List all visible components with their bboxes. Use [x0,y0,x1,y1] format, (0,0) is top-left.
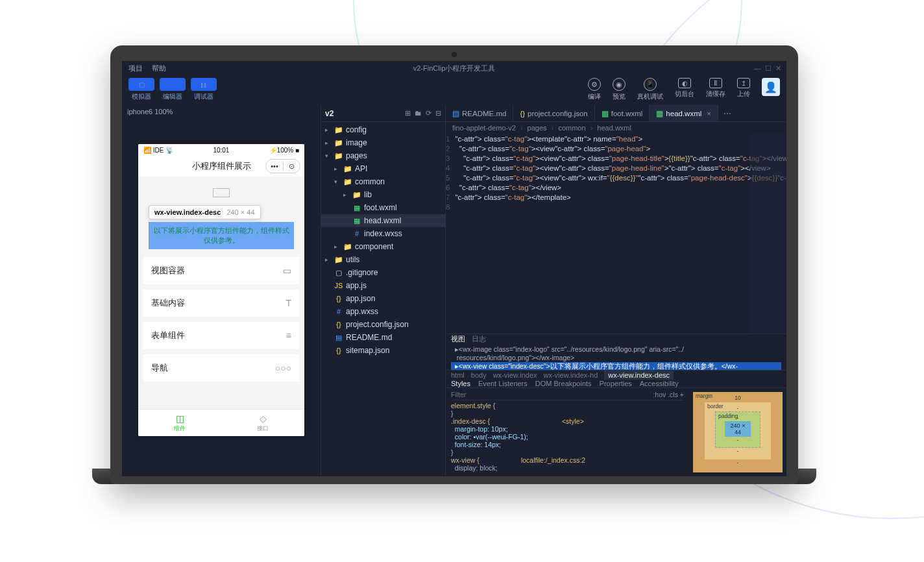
refresh-icon[interactable]: ⟳ [426,109,432,117]
window-buttons: — ☐ ✕ [754,64,781,73]
breadcrumbs[interactable]: fino-applet-demo-v2 › pages › common › h… [446,122,786,134]
editor-tab[interactable]: ▤README.md [446,105,513,121]
dom-crumb[interactable]: wx-view.index-desc [604,371,674,380]
tree-root[interactable]: v2 [325,109,334,118]
ide-window: 项目 帮助 v2-FinClip小程序开发工具 — ☐ ✕ ▢模拟器编辑器⫿⫿调… [122,61,786,476]
capsule: ••• ⊙ [265,159,300,173]
tree-node[interactable]: ▸📁component [321,240,445,253]
editor-panel: ▤README.md{}project.config.json▦foot.wxm… [445,105,786,476]
tree-node[interactable]: ▤README.md [321,331,445,344]
minimize-icon[interactable]: — [754,64,761,73]
dom-crumb[interactable]: wx-view.index-hd [544,371,598,379]
menubar: 项目 帮助 v2-FinClip小程序开发工具 — ☐ ✕ [122,61,786,75]
tree-node[interactable]: ▦foot.wxml [321,201,445,214]
devtools-subtab[interactable]: Properties [600,380,632,387]
highlighted-element[interactable]: 以下将展示小程序官方组件能力，组件样式仅供参考。 [149,222,294,249]
styles-filter-input[interactable] [451,391,516,398]
list-item[interactable]: 表单组件≡ [143,322,299,349]
nav-title: 小程序组件展示 [192,160,251,172]
phone-preview: 📶 IDE 📡 10:01 ⚡100% ■ 小程序组件展示 ••• ⊙ [138,144,304,436]
editor-tab[interactable]: ▦head.wxml× [650,105,718,121]
tabs-more-icon[interactable]: ⋯ [718,105,736,121]
laptop-frame: 项目 帮助 v2-FinClip小程序开发工具 — ☐ ✕ ▢模拟器编辑器⫿⫿调… [110,45,798,484]
toolbar-模拟器[interactable]: ▢模拟器 [128,78,154,101]
tree-node[interactable]: ▸📁lib [321,188,445,201]
toolbar: ▢模拟器编辑器⫿⫿调试器 ⚙编译◉预览📱真机调试◐切后台𝄃𝄃清缓存↥上传 👤 [122,75,786,105]
tree-node[interactable]: ▸📁config [321,123,445,136]
devtools-panel: 视图 日志 ▸<wx-image class="index-logo" src=… [446,334,786,476]
minimap[interactable] [750,134,786,334]
styles-filter-actions[interactable]: :hov .cls + [653,391,684,398]
phone-status-bar: 📶 IDE 📡 10:01 ⚡100% ■ [138,144,304,156]
close-icon[interactable]: ✕ [775,64,781,73]
devtools-tab-log[interactable]: 日志 [472,334,486,344]
devtools-subtab[interactable]: Event Listeners [478,380,528,387]
list-item[interactable]: 基础内容T [143,289,299,317]
tree-node[interactable]: ▦head.wxml [321,214,445,227]
device-label[interactable]: iphone6 100% [122,105,321,118]
box-model[interactable]: margin 10 border - padding - 240 × 4 [689,388,786,476]
box-model-content: 240 × 44 [725,421,751,437]
toolbar-真机调试[interactable]: 📱真机调试 [637,78,663,101]
logo-placeholder [213,188,230,197]
new-folder-icon[interactable]: 🖿 [415,109,422,117]
new-file-icon[interactable]: ⊞ [405,109,411,117]
tree-node[interactable]: ▢.gitignore [321,266,445,279]
tree-node[interactable]: ▾📁common [321,175,445,188]
capsule-more-icon[interactable]: ••• [266,162,283,170]
maximize-icon[interactable]: ☐ [765,64,772,73]
toolbar-调试器[interactable]: ⫿⫿调试器 [191,78,217,101]
editor-tab[interactable]: ▦foot.wxml [595,105,650,121]
tree-node[interactable]: ▸📁image [321,136,445,149]
devtools-subtab[interactable]: Styles [451,380,470,387]
phone-navbar: 小程序组件展示 ••• ⊙ [138,156,304,177]
devtools-subtab[interactable]: Accessibility [640,380,679,387]
dom-crumb[interactable]: body [471,371,487,379]
dom-crumb[interactable]: html [451,371,465,379]
status-left: 📶 IDE 📡 [143,147,173,154]
toolbar-清缓存[interactable]: 𝄃𝄃清缓存 [706,78,725,99]
tree-node[interactable]: {}sitemap.json [321,344,445,357]
inspector-tooltip: wx-view.index-desc 240 × 44 [149,205,261,219]
menu-project[interactable]: 项目 [128,64,143,73]
menu-help[interactable]: 帮助 [152,64,166,73]
toolbar-编译[interactable]: ⚙编译 [588,78,601,101]
tree-node[interactable]: {}project.config.json [321,318,445,331]
editor-tab[interactable]: {}project.config.json [513,105,594,121]
avatar[interactable]: 👤 [762,78,780,96]
collapse-icon[interactable]: ⊟ [435,109,441,117]
code-editor[interactable]: 12345678 "c-attr"> class="c-tag"><templa… [446,134,786,334]
toolbar-切后台[interactable]: ◐切后台 [675,78,694,99]
devtools-tab-view[interactable]: 视图 [451,334,465,344]
dom-tree[interactable]: ▸<wx-image class="index-logo" src="../re… [446,344,786,370]
status-time: 10:01 [213,147,229,154]
tooltip-selector: wx-view.index-desc [154,208,221,216]
tree-node[interactable]: ▸📁API [321,162,445,175]
dom-crumb[interactable]: wx-view.index [493,371,537,379]
toolbar-编辑器[interactable]: 编辑器 [160,78,186,101]
phone-tab-组件[interactable]: ◫组件 [138,409,221,436]
tree-node[interactable]: #index.wxss [321,227,445,240]
editor-tabs: ▤README.md{}project.config.json▦foot.wxm… [446,105,786,122]
tree-node[interactable]: #app.wxss [321,305,445,318]
tooltip-dims: 240 × 44 [226,208,254,216]
tree-node[interactable]: {}app.json [321,292,445,305]
window-title: v2-FinClip小程序开发工具 [413,64,496,73]
styles-panel[interactable]: :hov .cls + element.style {}.index-desc … [446,388,689,476]
toolbar-预览[interactable]: ◉预览 [613,78,626,101]
tree-node[interactable]: ▾📁pages [321,149,445,162]
toolbar-上传[interactable]: ↥上传 [737,78,750,99]
tree-node[interactable]: JSapp.js [321,279,445,292]
list-item[interactable]: 视图容器▭ [143,257,299,284]
list-item[interactable]: 导航○○○ [143,354,299,382]
simulator-panel: iphone6 100% 📶 IDE 📡 10:01 ⚡100% ■ 小程序组件… [122,105,321,476]
dom-breadcrumb[interactable]: htmlbodywx-view.indexwx-view.index-hdwx-… [446,370,786,380]
file-tree-panel: v2 ⊞ 🖿 ⟳ ⊟ ▸📁config▸📁image▾📁pages▸📁API▾📁… [321,105,445,476]
phone-tabbar: ◫组件◇接口 [138,409,304,436]
status-right: ⚡100% ■ [269,147,299,154]
phone-tab-接口[interactable]: ◇接口 [221,409,304,436]
tree-node[interactable]: ▸📁utils [321,253,445,266]
devtools-subtab[interactable]: DOM Breakpoints [535,380,592,387]
capsule-close-icon[interactable]: ⊙ [283,162,300,171]
